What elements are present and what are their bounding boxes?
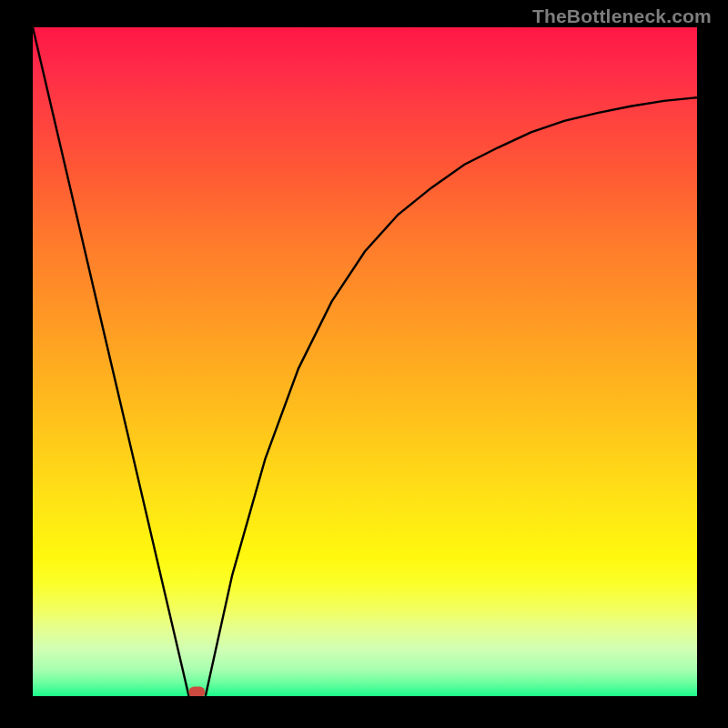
curve-layer (33, 27, 697, 696)
curve-right-branch (206, 97, 697, 696)
minimum-marker (188, 687, 205, 696)
chart-frame: TheBottleneck.com (0, 0, 728, 728)
watermark-text: TheBottleneck.com (532, 5, 712, 27)
curve-left-branch (33, 27, 189, 696)
plot-area (33, 27, 697, 696)
